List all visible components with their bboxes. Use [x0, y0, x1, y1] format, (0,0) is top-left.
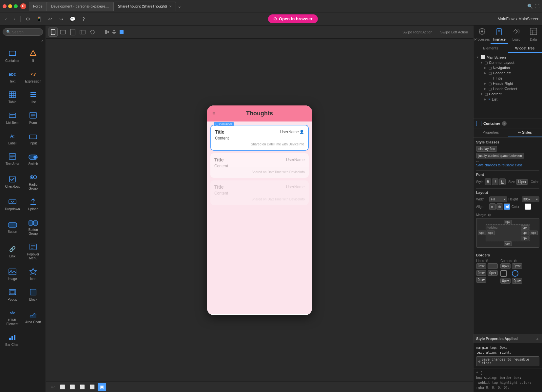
widget-checkbox[interactable]: Checkbox: [3, 170, 22, 193]
fullscreen-btn[interactable]: ⬜: [88, 383, 96, 391]
bold-button[interactable]: B: [485, 178, 491, 185]
border-left[interactable]: 0px▾: [476, 270, 486, 276]
padding-bottom[interactable]: 0px: [521, 236, 529, 240]
crop-btn[interactable]: ⬜: [78, 383, 87, 391]
widget-list[interactable]: List: [24, 87, 43, 107]
widget-text-area[interactable]: Text Area: [3, 149, 22, 169]
height-select[interactable]: 30px ▾: [522, 196, 540, 202]
widget-popup[interactable]: Popup: [3, 285, 22, 304]
widget-form[interactable]: Form: [24, 108, 43, 127]
tablet-view[interactable]: [68, 28, 77, 37]
italic-button[interactable]: I: [492, 178, 498, 185]
edit-style-icon[interactable]: ✏: [476, 160, 539, 163]
widget-switch[interactable]: Switch: [24, 149, 43, 169]
tab-processes[interactable]: Processes: [474, 26, 491, 44]
swipe-left-action[interactable]: Swipe Left Action: [438, 29, 471, 35]
tab-close-icon[interactable]: ✕: [169, 5, 172, 8]
border-bottom[interactable]: 0px▾: [476, 277, 486, 283]
help-icon[interactable]: ?: [79, 14, 88, 24]
widget-dropdown[interactable]: Dropdown: [3, 195, 22, 214]
corners-chain-icon[interactable]: ⛓: [513, 259, 517, 263]
back-button[interactable]: ‹: [3, 16, 9, 22]
highlight-btn[interactable]: ▣: [98, 383, 106, 391]
widget-radio-group[interactable]: Radio Group: [24, 170, 43, 193]
refresh-forward-icon[interactable]: ↪: [57, 14, 66, 24]
tab-interface[interactable]: Interface: [491, 26, 508, 44]
properties-tab[interactable]: Properties: [474, 128, 508, 137]
margin-right[interactable]: 0px: [530, 231, 538, 235]
widget-html-element[interactable]: </> HTML Element: [3, 306, 22, 329]
tree-headercontent[interactable]: ▶ ◫ HeaderContent: [483, 86, 541, 91]
tree-title[interactable]: T Title: [487, 76, 541, 81]
widget-container[interactable]: Container: [3, 46, 22, 65]
widget-upload[interactable]: Upload: [24, 195, 43, 214]
widget-icon-widget[interactable]: Icon: [24, 264, 43, 284]
tree-content[interactable]: ▼ ◫ Content: [479, 91, 541, 97]
font-color-swatch[interactable]: [540, 178, 540, 185]
widget-table[interactable]: Table: [3, 87, 22, 107]
widget-bar-chart[interactable]: Bar Chart: [3, 330, 22, 349]
align-fill-btn[interactable]: [119, 30, 124, 34]
border-right[interactable]: 0px▾: [488, 270, 498, 276]
style-props-header[interactable]: Style Properties Applied ▲: [474, 334, 542, 343]
font-size-select[interactable]: 14px ▾: [516, 179, 528, 185]
corner-br[interactable]: 0px▾: [512, 278, 522, 284]
refresh-icon[interactable]: [88, 28, 97, 37]
padding-right[interactable]: 0px: [521, 231, 529, 235]
thought-card-3[interactable]: Title UserName Content Shared on DateTim…: [210, 180, 309, 205]
border-top[interactable]: 0px▾: [476, 263, 486, 269]
tree-navigation[interactable]: ▶ ◫ Navigation: [483, 65, 541, 70]
styles-tab[interactable]: ✏ Styles: [508, 128, 542, 137]
close-button[interactable]: [3, 4, 7, 8]
phone-view-icon[interactable]: 📱: [34, 14, 44, 24]
align-left-btn[interactable]: [105, 30, 109, 34]
tab-logic[interactable]: Logic: [508, 26, 525, 44]
tree-headerright[interactable]: ▶ ◫ HeaderRight: [483, 81, 541, 86]
widget-list-item[interactable]: List Item: [3, 108, 22, 127]
settings-icon[interactable]: ⚙: [23, 14, 32, 24]
fullscreen-icon[interactable]: ⛶: [535, 4, 539, 9]
widget-block[interactable]: Block: [24, 285, 43, 304]
corner-bl[interactable]: 0px▾: [500, 278, 511, 284]
tab-add-icon[interactable]: ⌄: [177, 3, 182, 9]
phone-landscape-view[interactable]: [58, 28, 68, 37]
widget-label[interactable]: A: Label: [3, 129, 22, 148]
widget-area-chart[interactable]: Area Chart: [24, 306, 43, 329]
padding-top[interactable]: 0px: [521, 225, 529, 230]
save-reusable-button[interactable]: ⊙ Save changes to reusable class: [476, 356, 539, 366]
margin-left[interactable]: 0px: [478, 231, 486, 235]
thought-card-1[interactable]: Container Title UserName 👤 Content Share…: [210, 125, 309, 151]
widget-popover-menu[interactable]: Popover Menu: [24, 240, 43, 263]
tab-forge[interactable]: Forge: [29, 2, 47, 11]
widget-link[interactable]: 🔗 Link: [3, 240, 22, 263]
width-select[interactable]: Fill ▾: [489, 196, 507, 202]
style-class-justify[interactable]: justify-content-space-between: [476, 153, 524, 159]
align-right-btn[interactable]: [504, 203, 510, 210]
search-input[interactable]: 🔍 Search: [3, 28, 43, 36]
tree-headerleft[interactable]: ▶ ◫ HeaderLeft: [483, 70, 541, 76]
minimize-button[interactable]: [8, 4, 12, 8]
expand-view[interactable]: [78, 28, 87, 37]
widget-input[interactable]: Input: [24, 129, 43, 148]
style-class-display-flex[interactable]: display-flex: [476, 146, 497, 152]
swipe-right-action[interactable]: Swipe Right Action: [400, 29, 435, 35]
chat-icon[interactable]: 💬: [68, 14, 77, 24]
corner-tr[interactable]: 0px▾: [512, 263, 522, 269]
widget-expression[interactable]: x,y Expression: [24, 67, 43, 86]
widget-image[interactable]: Image: [3, 264, 22, 284]
tree-list[interactable]: ▶ ≡ List: [483, 97, 541, 102]
forward-button[interactable]: ›: [11, 16, 18, 22]
resize-btn[interactable]: ⬜: [68, 383, 77, 391]
open-in-browser-button[interactable]: ⊙ Open in browser: [268, 14, 318, 23]
collapse-style-props-icon[interactable]: ▲: [535, 336, 539, 341]
elements-tab[interactable]: Elements: [474, 44, 508, 53]
save-reusable-link-1[interactable]: Save changes to reusable class: [476, 163, 539, 167]
tab-data[interactable]: Data: [525, 26, 542, 44]
corner-tl[interactable]: 0px▾: [500, 263, 511, 269]
widget-if[interactable]: If: [24, 46, 43, 65]
align-center-btn[interactable]: [496, 203, 503, 210]
widget-button[interactable]: Button: [3, 215, 22, 238]
undo-button[interactable]: ↩: [48, 383, 57, 391]
lines-chain-icon[interactable]: ⛓: [485, 259, 489, 263]
margin-chain-icon[interactable]: ⛓: [488, 213, 491, 217]
